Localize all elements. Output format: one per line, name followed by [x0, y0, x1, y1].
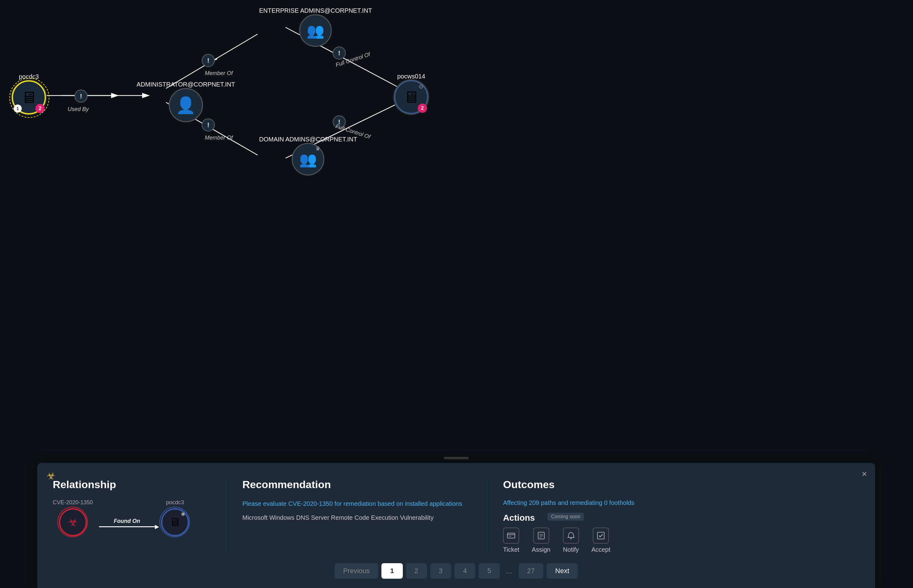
svg-point-16: [570, 538, 571, 539]
accept-label: Accept: [591, 546, 610, 553]
relationship-diagram: CVE-2020-1350 ☣ Found On pocdc3 🖥 ◉: [53, 499, 214, 536]
node-admin-circle: 👤: [169, 88, 203, 122]
page-1-button[interactable]: 1: [381, 563, 403, 579]
node-pocws014-label: pocws014: [397, 73, 425, 80]
page-dots: ...: [503, 567, 515, 575]
rel-arrow: Found On: [99, 509, 155, 527]
page-2-button[interactable]: 2: [406, 563, 427, 579]
relationship-column: Relationship CVE-2020-1350 ☣ Found On po…: [53, 478, 227, 553]
assign-label: Assign: [532, 546, 550, 553]
node-domain-admins[interactable]: DOMAIN ADMINS@CORPNET.INT 👥 ♛: [259, 133, 357, 176]
node-administrator[interactable]: ADMINISTRATOR@CORPNET.INT 👤: [136, 78, 235, 122]
rel-source-inner-ring: [57, 507, 88, 537]
edge-used-by[interactable]: !: [74, 90, 87, 103]
actions-heading: Actions: [503, 513, 535, 523]
outcomes-heading: Outcomes: [503, 478, 847, 491]
edge-member-of-bottom[interactable]: !: [202, 118, 215, 131]
assign-button[interactable]: Assign: [532, 528, 550, 553]
user-icon: 👤: [176, 96, 196, 115]
page-3-button[interactable]: 3: [430, 563, 451, 579]
edge-member-of-top[interactable]: !: [202, 54, 215, 67]
notify-button[interactable]: Notify: [563, 528, 579, 553]
page-5-button[interactable]: 5: [479, 563, 500, 579]
node-domain-circle: 👥 ♛: [292, 143, 324, 176]
group-icon-domain: 👥: [299, 151, 317, 168]
svg-rect-9: [507, 533, 515, 538]
edge-member-of-bottom-label: Member Of: [205, 135, 233, 141]
computer-icon-pocws014: 🖥: [403, 88, 419, 107]
svg-rect-12: [538, 532, 544, 539]
assign-icon: [533, 528, 549, 544]
svg-rect-18: [597, 532, 604, 539]
node-pocws014-circle: 🖥 ⊙ 2: [394, 80, 428, 114]
rel-source-node[interactable]: CVE-2020-1350 ☣: [53, 499, 93, 536]
rel-arrow-label: Found On: [114, 518, 140, 524]
rel-source-label: CVE-2020-1350: [53, 499, 93, 506]
coming-soon-badge: Coming soon: [547, 513, 584, 521]
recommendation-column: Recommendation Please evaluate CVE-2020-…: [227, 478, 487, 553]
next-button[interactable]: Next: [547, 563, 578, 579]
recommendation-description: Microsoft Windows DNS Server Remote Code…: [242, 513, 475, 522]
node-enterprise-admins[interactable]: ENTERPRISE ADMINS@CORPNET.INT 👥: [259, 5, 372, 47]
outcomes-column: Outcomes Affecting 209 paths and remedia…: [487, 478, 860, 553]
node-enterprise-label: ENTERPRISE ADMINS@CORPNET.INT: [259, 7, 372, 14]
notify-icon: [563, 528, 579, 544]
node-domain-label: DOMAIN ADMINS@CORPNET.INT: [259, 136, 357, 143]
previous-button[interactable]: Previous: [335, 563, 379, 579]
action-buttons: Ticket Assign: [503, 528, 847, 553]
panel-content: Relationship CVE-2020-1350 ☣ Found On po…: [53, 478, 860, 553]
accept-button[interactable]: Accept: [591, 528, 610, 553]
edge-used-by-label: Used By: [68, 106, 89, 113]
panel-handle[interactable]: [444, 457, 469, 459]
node-enterprise-circle: 👥: [299, 14, 332, 47]
outcomes-link[interactable]: Affecting 209 paths and remediating 0 fo…: [503, 499, 847, 506]
graph-area: pocdc3 🖥 1 2 ! Used By ADMINISTRATOR@COR…: [0, 0, 913, 372]
node-admin-label: ADMINISTRATOR@CORPNET.INT: [136, 81, 235, 88]
rel-target-label: pocdc3: [166, 499, 184, 506]
edge-full-control-top[interactable]: !: [333, 47, 346, 60]
target-badge-icon: ◉: [181, 511, 185, 517]
rel-target-node[interactable]: pocdc3 🖥 ◉: [161, 499, 189, 536]
edge-member-of-top-label: Member Of: [205, 70, 233, 77]
crown-icon: ♛: [315, 145, 320, 152]
bottom-panel: ☣ × Relationship CVE-2020-1350 ☣ Found O…: [37, 463, 875, 588]
relationship-heading: Relationship: [53, 478, 214, 491]
rel-target-circle: 🖥 ◉: [161, 508, 189, 536]
pagination: Previous 1 2 3 4 5 ... 27 Next: [53, 563, 860, 579]
pocdc3-badge-1: 1: [14, 105, 22, 113]
ticket-icon: [503, 528, 519, 544]
node-pocdc3-circle: 🖥 1 2: [12, 80, 46, 115]
rel-target-inner-ring: [160, 507, 190, 537]
node-pocws014[interactable]: pocws014 🖥 ⊙ 2: [394, 70, 428, 114]
accept-icon: [593, 528, 609, 544]
rel-source-circle: ☣: [59, 508, 87, 536]
ticket-label: Ticket: [503, 546, 520, 553]
wifi-icon: ⊙: [419, 83, 423, 90]
ticket-button[interactable]: Ticket: [503, 528, 520, 553]
group-icon-enterprise: 👥: [307, 22, 324, 39]
pocdc3-badge-2: 2: [36, 104, 45, 113]
notify-label: Notify: [563, 546, 579, 553]
close-button[interactable]: ×: [861, 468, 867, 479]
recommendation-heading: Recommendation: [242, 478, 475, 491]
rel-arrow-line: [99, 526, 155, 527]
computer-icon: 🖥: [21, 88, 37, 107]
pocws014-badge: 2: [418, 103, 427, 113]
actions-row: Actions Coming soon: [503, 513, 847, 523]
node-pocdc3[interactable]: pocdc3 🖥 1 2: [12, 71, 46, 115]
page-last-button[interactable]: 27: [518, 563, 543, 579]
biohazard-icon: ☣: [47, 470, 55, 481]
recommendation-link[interactable]: Please evaluate CVE-2020-1350 for remedi…: [242, 499, 475, 508]
page-4-button[interactable]: 4: [454, 563, 476, 579]
